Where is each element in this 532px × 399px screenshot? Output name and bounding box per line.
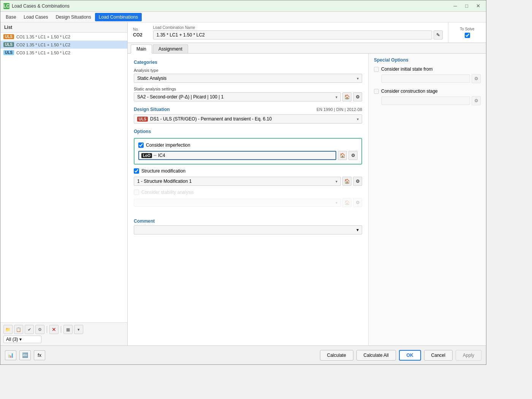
menu-design-situations[interactable]: Design Situations — [52, 13, 95, 21]
static-settings-icon1[interactable]: 🏠 — [342, 92, 352, 101]
to-solve-block: To Solve — [448, 22, 486, 43]
options-section: Consider imperfection LoO IC4 🏠 ⚙ — [134, 138, 362, 165]
design-situation-dropdown[interactable]: ULS DS1 - ULS (STR/GEO) - Permanent and … — [134, 114, 362, 124]
config-btn[interactable]: ⚙ — [35, 325, 44, 334]
sidebar-list: ULS CO1 1.35 * LC1 + 1.50 * LC2 ULS CO2 … — [0, 33, 127, 322]
no-label: No. — [133, 27, 142, 32]
apply-button[interactable]: Apply — [456, 350, 481, 361]
stability-icon2: ⚙ — [353, 198, 362, 207]
tab-main[interactable]: Main — [131, 44, 152, 54]
to-solve-checkbox[interactable] — [465, 33, 470, 38]
consider-stability-dropdown: ▾ — [134, 199, 341, 207]
bottom-icon2[interactable]: 🔤 — [19, 350, 31, 360]
construction-stage-checkbox[interactable] — [374, 89, 379, 94]
calculate-button[interactable]: Calculate — [320, 350, 353, 361]
initial-state-label: Consider initial state from — [381, 66, 432, 72]
calculate-all-button[interactable]: Calculate All — [356, 350, 396, 361]
co1-text: CO1 1.35 * LC1 + 1.50 * LC2 — [16, 35, 70, 39]
categories-title: Categories — [134, 60, 362, 65]
gray-badge — [154, 155, 157, 156]
name-block: Load Combination Name 1.35 * LC1 + 1.50 … — [148, 22, 448, 43]
view-btn[interactable]: ▦ — [63, 325, 73, 334]
sidebar-header: List — [0, 22, 127, 33]
ok-button[interactable]: OK — [399, 350, 421, 361]
static-settings-field: Static analysis settings SA2 - Second-or… — [134, 87, 362, 101]
loo-badge: LoO — [141, 153, 152, 158]
menu-load-combinations[interactable]: Load Combinations — [95, 13, 142, 21]
comment-title: Comment — [134, 218, 362, 224]
construction-stage-icon: ⚙ — [472, 96, 481, 105]
uls-badge-teal: ULS — [3, 42, 14, 47]
consider-imperfection-checkbox[interactable] — [138, 142, 144, 148]
imperfection-icon2[interactable]: ⚙ — [348, 151, 358, 160]
co2-text: CO2 1.35 * LC1 + 1.50 * LC2 — [16, 43, 70, 47]
tab-assignment[interactable]: Assignment — [153, 44, 188, 53]
maximize-button[interactable]: □ — [462, 2, 472, 10]
main-content: Categories Analysis type Static Analysis… — [128, 54, 368, 345]
menu-load-cases[interactable]: Load Cases — [20, 13, 52, 21]
copy-btn[interactable]: 📋 — [14, 325, 23, 334]
initial-state-input — [382, 74, 470, 83]
static-settings-value: SA2 - Second-order (P-Δ) | Picard | 100 … — [137, 94, 223, 100]
sidebar-footer: 📁 📋 ✔ ⚙ ✕ ▦ ▾ All (3) ▾ — [0, 322, 127, 345]
filter-dropdown[interactable]: All (3) ▾ — [3, 336, 41, 343]
comment-input[interactable]: ▾ — [134, 225, 362, 234]
analysis-type-arrow: ▾ — [357, 76, 359, 81]
imperfection-ic4: IC4 — [158, 153, 165, 158]
consider-stability-label: Consider stability analysis — [141, 190, 194, 195]
minimize-button[interactable]: ─ — [450, 2, 460, 10]
structure-modification-value: 1 - Structure Modification 1 — [137, 179, 192, 184]
delete-btn[interactable]: ✕ — [49, 325, 59, 334]
static-settings-icon2[interactable]: ⚙ — [353, 92, 362, 101]
close-button[interactable]: ✕ — [473, 2, 483, 10]
more-btn[interactable]: ▾ — [74, 325, 83, 334]
imperfection-icon1[interactable]: 🏠 — [338, 151, 347, 160]
initial-state-checkbox[interactable] — [374, 67, 379, 72]
uls-badge-orange: ULS — [3, 34, 14, 39]
static-settings-dropdown[interactable]: SA2 - Second-order (P-Δ) | Picard | 100 … — [134, 92, 341, 101]
app-icon: LC — [3, 3, 10, 9]
cancel-button[interactable]: Cancel — [424, 350, 453, 361]
menu-base[interactable]: Base — [2, 13, 20, 21]
bottom-icon1[interactable]: 📊 — [5, 350, 16, 360]
structure-modification-checkbox[interactable] — [134, 168, 139, 174]
structure-modification-dropdown[interactable]: 1 - Structure Modification 1 ▾ — [134, 177, 341, 186]
panel-body: Categories Analysis type Static Analysis… — [128, 54, 486, 345]
static-settings-label: Static analysis settings — [134, 87, 362, 91]
construction-stage-input — [382, 97, 470, 105]
struct-mod-icon2[interactable]: ⚙ — [353, 177, 362, 186]
tabs-bar: Main Assignment — [128, 43, 486, 54]
list-item[interactable]: ULS CO1 1.35 * LC1 + 1.50 * LC2 — [0, 33, 127, 41]
top-info-bar: No. CO2 Load Combination Name 1.35 * LC1… — [128, 22, 486, 43]
struct-mod-icon1[interactable]: 🏠 — [342, 177, 352, 186]
filter-arrow: ▾ — [19, 337, 22, 342]
analysis-type-field: Analysis type Static Analysis ▾ — [134, 68, 362, 83]
edit-name-btn[interactable]: ✎ — [434, 30, 443, 40]
construction-stage-label: Consider construction stage — [381, 89, 438, 94]
uls-badge-light: ULS — [3, 50, 14, 55]
options-title: Options — [134, 129, 362, 134]
structure-modification-label: Structure modification — [141, 168, 185, 174]
bottom-icon3[interactable]: fx — [34, 350, 45, 360]
titlebar: LC Load Cases & Combinations ─ □ ✕ — [0, 0, 486, 12]
struct-mod-arrow: ▾ — [336, 179, 337, 184]
design-situation-value: DS1 - ULS (STR/GEO) - Permanent and tran… — [150, 116, 272, 122]
sidebar: List ULS CO1 1.35 * LC1 + 1.50 * LC2 ULS… — [0, 22, 128, 345]
consider-stability-checkbox[interactable] — [134, 190, 139, 195]
consider-imperfection-label: Consider imperfection — [146, 142, 190, 148]
name-input[interactable]: 1.35 * LC1 + 1.50 * LC2 — [153, 30, 432, 40]
list-item[interactable]: ULS CO2 1.35 * LC1 + 1.50 * LC2 — [0, 41, 127, 49]
design-situation-badge: ULS — [137, 117, 148, 122]
name-value: 1.35 * LC1 + 1.50 * LC2 — [157, 32, 205, 38]
analysis-type-label: Analysis type — [134, 68, 362, 73]
list-item[interactable]: ULS CO3 1.35 * LC1 + 1.50 * LC2 — [0, 49, 127, 57]
check-btn[interactable]: ✔ — [25, 325, 34, 334]
design-situation-ref: EN 1990 | DIN | 2012-08 — [317, 107, 362, 112]
static-settings-arrow: ▾ — [336, 95, 337, 99]
window-title: Load Cases & Combinations — [12, 3, 70, 9]
imperfection-dropdown[interactable]: LoO IC4 — [138, 151, 336, 160]
add-folder-btn[interactable]: 📁 — [3, 325, 13, 334]
analysis-type-dropdown[interactable]: Static Analysis ▾ — [134, 74, 362, 83]
design-situation-title: Design Situation — [134, 107, 170, 112]
name-label: Load Combination Name — [153, 25, 443, 30]
